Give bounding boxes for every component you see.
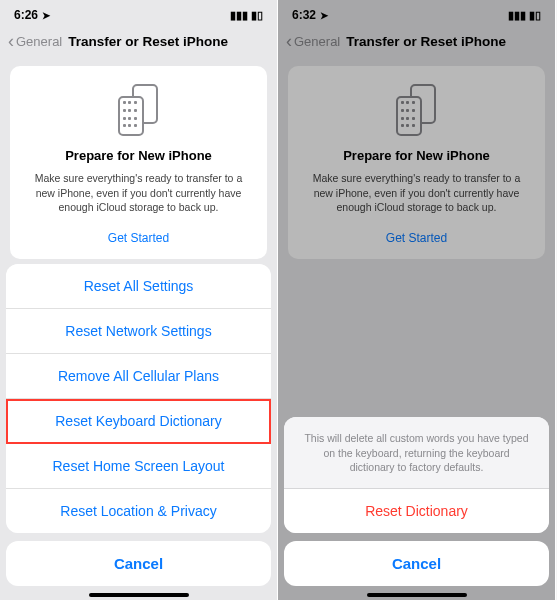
home-indicator[interactable] — [89, 593, 189, 597]
reset-network-settings-item[interactable]: Reset Network Settings — [6, 309, 271, 354]
reset-location-privacy-item[interactable]: Reset Location & Privacy — [6, 489, 271, 533]
card-description: Make sure everything's ready to transfer… — [24, 171, 253, 215]
reset-home-screen-layout-item[interactable]: Reset Home Screen Layout — [6, 444, 271, 489]
sheet-options-group: Reset All Settings Reset Network Setting… — [6, 264, 271, 533]
remove-all-cellular-plans-item[interactable]: Remove All Cellular Plans — [6, 354, 271, 399]
prepare-card: Prepare for New iPhone Make sure everyth… — [10, 66, 267, 259]
card-title: Prepare for New iPhone — [24, 148, 253, 163]
phone-left-screenshot: 6:26 ➤ ▮▮▮ ▮▯ ‹ General Transfer or Rese… — [0, 0, 278, 600]
home-indicator[interactable] — [367, 593, 467, 597]
signal-icon: ▮▮▮ — [230, 9, 248, 22]
iphone-transfer-icon — [118, 84, 160, 136]
get-started-link[interactable]: Get Started — [24, 231, 253, 245]
cancel-button[interactable]: Cancel — [6, 541, 271, 586]
confirm-group: This will delete all custom words you ha… — [284, 417, 549, 533]
page-title: Transfer or Reset iPhone — [68, 34, 228, 49]
reset-action-sheet: Reset All Settings Reset Network Setting… — [6, 264, 271, 594]
status-time: 6:26 — [14, 8, 38, 22]
sheet-cancel-group: Cancel — [284, 541, 549, 586]
reset-keyboard-dictionary-item[interactable]: Reset Keyboard Dictionary — [6, 399, 271, 444]
back-label: General — [16, 34, 62, 49]
sheet-cancel-group: Cancel — [6, 541, 271, 586]
nav-bar: ‹ General Transfer or Reset iPhone — [0, 20, 277, 60]
phone-right-screenshot: 6:32 ➤ ▮▮▮ ▮▯ ‹ General Transfer or Rese… — [278, 0, 556, 600]
reset-dictionary-button[interactable]: Reset Dictionary — [284, 489, 549, 533]
chevron-left-icon: ‹ — [8, 32, 14, 50]
status-bar: 6:26 ➤ ▮▮▮ ▮▯ — [0, 0, 277, 20]
confirm-message: This will delete all custom words you ha… — [284, 417, 549, 489]
back-button[interactable]: ‹ General — [8, 32, 62, 50]
battery-icon: ▮▯ — [251, 9, 263, 22]
cancel-button[interactable]: Cancel — [284, 541, 549, 586]
location-icon: ➤ — [42, 10, 50, 21]
reset-all-settings-item[interactable]: Reset All Settings — [6, 264, 271, 309]
confirm-action-sheet: This will delete all custom words you ha… — [284, 417, 549, 594]
